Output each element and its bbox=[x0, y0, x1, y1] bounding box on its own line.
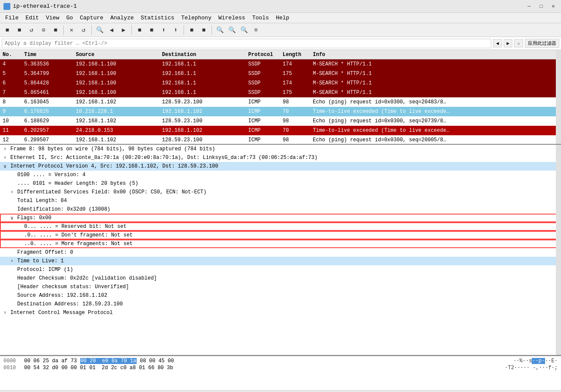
list-item[interactable]: Header Checksum: 0x2d2c [validation disa… bbox=[0, 274, 561, 283]
tb-down[interactable]: ⬇ bbox=[170, 25, 181, 36]
tb-zoom-reset[interactable]: 🔍 bbox=[238, 25, 249, 36]
expand-icon: › bbox=[10, 189, 17, 195]
list-item[interactable]: [Header checksum status: Unverified] bbox=[0, 283, 561, 291]
pkt-proto: ICMP bbox=[246, 117, 280, 125]
tb-zoom-in[interactable]: 🔍 bbox=[214, 25, 225, 36]
expand-icon: ∨ bbox=[10, 215, 17, 221]
menu-item-view[interactable]: View bbox=[42, 14, 62, 22]
maximize-button[interactable]: □ bbox=[537, 2, 545, 11]
hex-row-1: 0010 00 54 32 d0 00 00 01 01 2d 2c c0 a8… bbox=[3, 365, 558, 371]
close-button[interactable]: ✕ bbox=[549, 2, 558, 11]
menu-item-tools[interactable]: Tools bbox=[249, 14, 272, 22]
toolbar: ■ ■ ↺ ⊙ ■ ✕ ↺ 🔍 ◀ ▶ ■ ■ ⬆ ⬇ ■ ■ 🔍 🔍 🔍 ≡ bbox=[0, 23, 561, 37]
expand-icon bbox=[10, 267, 17, 273]
pkt-info: M-SEARCH * HTTP/1.1 bbox=[310, 89, 561, 96]
pkt-len: 174 bbox=[280, 79, 310, 87]
list-item[interactable]: 0... .... = Reserved bit: Not set bbox=[0, 222, 561, 231]
detail-text: Ethernet II, Src: Actionte_8a:70:1a (00:… bbox=[10, 155, 318, 161]
tb-find[interactable]: 🔍 bbox=[94, 25, 105, 36]
table-row[interactable]: 8 6.163045 192.168.1.102 128.59.23.100 I… bbox=[0, 97, 561, 107]
minimize-button[interactable]: ─ bbox=[525, 2, 533, 11]
list-item[interactable]: ›Differentiated Services Field: 0x00 (DS… bbox=[0, 188, 561, 196]
list-item[interactable]: .... 0101 = Header Length: 20 bytes (5) bbox=[0, 179, 561, 188]
table-row[interactable]: 12 6.209507 192.168.1.102 128.59.23.100 … bbox=[0, 135, 561, 145]
col-header-no: No. bbox=[0, 51, 22, 59]
list-item[interactable]: ›Frame 8: 98 bytes on wire (784 bits), 9… bbox=[0, 145, 561, 153]
list-item[interactable]: ∨Flags: 0x00 bbox=[0, 214, 561, 222]
filter-bookmark-button[interactable]: ☆ bbox=[514, 39, 523, 47]
pkt-dst: 128.59.23.100 bbox=[159, 136, 246, 144]
menu-item-statistics[interactable]: Statistics bbox=[137, 14, 178, 22]
table-row[interactable]: 6 5.864428 192.168.1.100 192.168.1.1 SSD… bbox=[0, 78, 561, 88]
hex-offset-1: 0010 bbox=[3, 365, 21, 371]
menu-item-wireless[interactable]: Wireless bbox=[215, 14, 249, 22]
pkt-no: 5 bbox=[0, 70, 22, 78]
packet-list-scrollbar[interactable] bbox=[556, 50, 561, 144]
table-row[interactable]: 11 6.202957 24.218.0.153 192.168.1.102 I… bbox=[0, 126, 561, 135]
tb-options[interactable]: ⊙ bbox=[38, 25, 49, 36]
tb-stop[interactable]: ✕ bbox=[66, 25, 77, 36]
pkt-src: 192.168.1.102 bbox=[73, 136, 159, 144]
list-item[interactable]: ..0. .... = More fragments: Not set bbox=[0, 240, 561, 248]
list-item[interactable]: ›Ethernet II, Src: Actionte_8a:70:1a (00… bbox=[0, 153, 561, 162]
tb-colorize[interactable]: ■ bbox=[134, 25, 145, 36]
expand-icon bbox=[10, 206, 17, 212]
tb-resize-cols[interactable]: ≡ bbox=[250, 25, 262, 36]
table-row[interactable]: 10 6.188629 192.168.1.102 128.59.23.100 … bbox=[0, 116, 561, 126]
tb-filter2[interactable]: ■ bbox=[198, 25, 209, 36]
app-icon bbox=[3, 3, 10, 10]
tb-filter1[interactable]: ■ bbox=[186, 25, 197, 36]
table-row[interactable]: 9 6.176826 10.216.228.1 192.168.1.102 IC… bbox=[0, 107, 561, 116]
list-item[interactable]: 0100 .... = Version: 4 bbox=[0, 171, 561, 179]
list-item[interactable]: ›Internet Control Message Protocol bbox=[0, 308, 561, 317]
pkt-proto: SSDP bbox=[246, 60, 280, 68]
table-row[interactable]: 4 5.363536 192.168.1.100 192.168.1.1 SSD… bbox=[0, 59, 561, 69]
expand-icon: › bbox=[3, 310, 10, 316]
filter-forward-button[interactable]: ▶ bbox=[504, 39, 513, 47]
menu-item-file[interactable]: File bbox=[2, 14, 22, 22]
table-row[interactable]: 5 5.364799 192.168.1.100 192.168.1.1 SSD… bbox=[0, 69, 561, 78]
pkt-info: M-SEARCH * HTTP/1.1 bbox=[310, 79, 561, 87]
menu-item-edit[interactable]: Edit bbox=[22, 14, 42, 22]
pkt-proto: SSDP bbox=[246, 70, 280, 78]
list-item[interactable]: ›Time to Live: 1 bbox=[0, 257, 561, 265]
tb-restart[interactable]: ↺ bbox=[78, 25, 89, 36]
tb-autoscroll[interactable]: ■ bbox=[146, 25, 157, 36]
tb-next[interactable]: ▶ bbox=[118, 25, 129, 36]
filter-back-button[interactable]: ◀ bbox=[493, 39, 502, 47]
table-row[interactable]: 7 5.865461 192.168.1.100 192.168.1.1 SSD… bbox=[0, 88, 561, 97]
pkt-len: 174 bbox=[280, 60, 310, 68]
menu-item-help[interactable]: Help bbox=[272, 14, 293, 22]
tb-save[interactable]: ■ bbox=[14, 25, 25, 36]
menu-item-analyze[interactable]: Analyze bbox=[107, 14, 137, 22]
packet-detail-scrollbar[interactable] bbox=[556, 145, 561, 355]
menu-item-capture[interactable]: Capture bbox=[76, 14, 107, 22]
list-item[interactable]: ∨Internet Protocol Version 4, Src: 192.1… bbox=[0, 162, 561, 171]
filter-input[interactable] bbox=[2, 39, 491, 48]
detail-text: Header Checksum: 0x2d2c [validation disa… bbox=[17, 275, 157, 281]
filter-apply-button[interactable]: 应用此过滤器 bbox=[525, 39, 559, 48]
tb-open[interactable]: ■ bbox=[2, 25, 13, 36]
tb-b5[interactable]: ■ bbox=[50, 25, 61, 36]
detail-rows: ›Frame 8: 98 bytes on wire (784 bits), 9… bbox=[0, 145, 561, 317]
expand-icon bbox=[17, 232, 24, 238]
hex-ascii-1: ·T2····· -,···f·; bbox=[505, 365, 558, 371]
menu-item-go[interactable]: Go bbox=[63, 14, 77, 22]
tb-up[interactable]: ⬆ bbox=[158, 25, 169, 36]
tb-zoom-out[interactable]: 🔍 bbox=[226, 25, 237, 36]
list-item[interactable]: .0.. .... = Don't fragment: Not set bbox=[0, 231, 561, 240]
list-item[interactable]: Identification: 0x32d0 (13008) bbox=[0, 205, 561, 214]
tb-prev[interactable]: ◀ bbox=[106, 25, 117, 36]
tb-close[interactable]: ↺ bbox=[26, 25, 37, 36]
list-item[interactable]: Source Address: 192.168.1.102 bbox=[0, 291, 561, 300]
list-item[interactable]: Destination Address: 128.59.23.100 bbox=[0, 300, 561, 308]
list-item[interactable]: Protocol: ICMP (1) bbox=[0, 265, 561, 274]
pkt-len: 70 bbox=[280, 108, 310, 115]
pkt-dst: 192.168.1.1 bbox=[159, 60, 246, 68]
menu-item-telephony[interactable]: Telephony bbox=[178, 14, 215, 22]
pkt-proto: ICMP bbox=[246, 136, 280, 144]
list-item[interactable]: Total Length: 84 bbox=[0, 196, 561, 205]
expand-icon bbox=[10, 292, 17, 299]
list-item[interactable]: Fragment Offset: 0 bbox=[0, 248, 561, 257]
hex-bytes-1: 00 54 32 d0 00 00 01 01 2d 2c c0 a8 01 6… bbox=[24, 365, 502, 371]
